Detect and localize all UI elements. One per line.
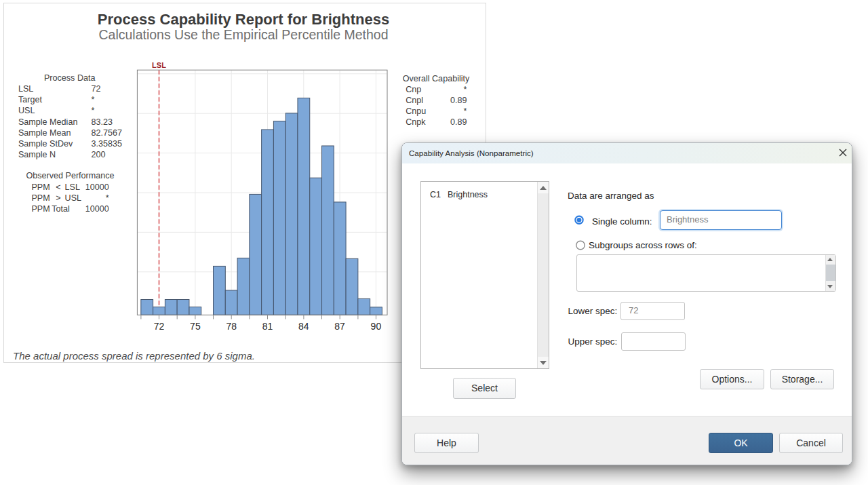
svg-text:USL: USL (18, 106, 35, 115)
svg-text:Cnpl: Cnpl (406, 96, 423, 105)
svg-text:0.89: 0.89 (450, 96, 467, 105)
svg-text:Process Data: Process Data (44, 73, 96, 83)
svg-text:75: 75 (190, 321, 201, 332)
svg-text:*: * (463, 85, 467, 94)
svg-text:*: * (463, 106, 467, 116)
svg-text:Calculations Use the Empirical: Calculations Use the Empirical Percentil… (98, 27, 388, 42)
svg-text:83.23: 83.23 (92, 117, 113, 127)
svg-text:PPM Total: PPM Total (31, 204, 69, 214)
svg-text:10000: 10000 (85, 204, 109, 214)
svg-text:78: 78 (226, 321, 237, 332)
svg-text:3.35835: 3.35835 (92, 139, 123, 149)
svg-text:Cnpk: Cnpk (406, 117, 426, 127)
svg-text:87: 87 (334, 321, 345, 332)
svg-text:Sample StDev: Sample StDev (18, 139, 73, 149)
svg-text:PPM > USL: PPM > USL (31, 193, 81, 203)
svg-text:84: 84 (298, 321, 309, 332)
svg-text:90: 90 (371, 321, 382, 332)
svg-text:LSL: LSL (18, 84, 33, 94)
svg-text:Sample N: Sample N (18, 150, 56, 159)
svg-text:*: * (106, 193, 109, 203)
svg-text:Overall Capability: Overall Capability (403, 74, 470, 83)
svg-text:72: 72 (154, 321, 165, 332)
svg-text:*: * (92, 95, 95, 104)
svg-text:PPM < LSL: PPM < LSL (31, 182, 80, 192)
svg-text:81: 81 (262, 321, 273, 332)
svg-text:72: 72 (92, 84, 101, 94)
svg-text:0.89: 0.89 (450, 117, 467, 127)
svg-text:200: 200 (92, 150, 106, 159)
svg-text:82.7567: 82.7567 (92, 128, 123, 138)
svg-text:Sample Mean: Sample Mean (18, 128, 71, 138)
svg-text:*: * (92, 106, 95, 115)
svg-text:Process Capability Report for: Process Capability Report for Brightness (98, 11, 389, 28)
svg-text:10000: 10000 (85, 182, 109, 192)
svg-text:Target: Target (18, 95, 43, 104)
svg-text:The actual process spread is r: The actual process spread is represented… (13, 350, 255, 362)
svg-text:Cnpu: Cnpu (406, 106, 426, 116)
svg-text:Cnp: Cnp (406, 85, 421, 94)
svg-text:LSL: LSL (152, 61, 166, 69)
svg-text:Observed Performance: Observed Performance (26, 171, 114, 180)
svg-text:Sample Median: Sample Median (18, 117, 78, 127)
